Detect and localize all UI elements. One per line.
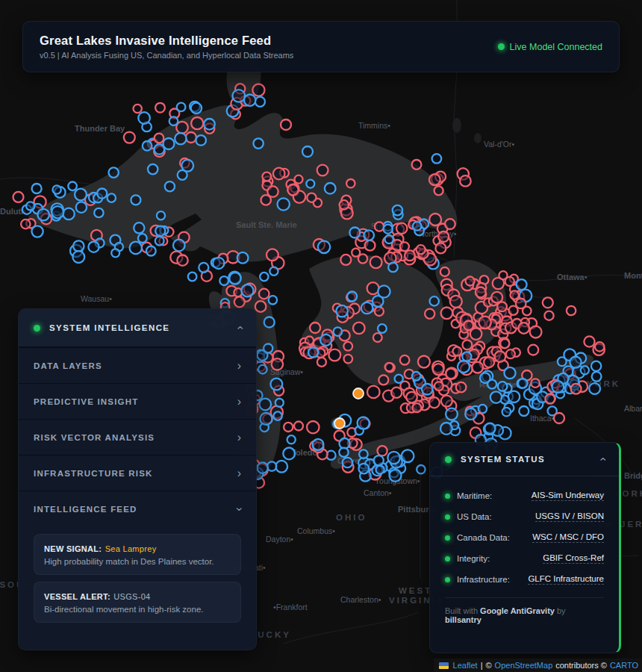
marker-red[interactable] (353, 323, 365, 335)
marker-blue[interactable] (287, 435, 296, 444)
marker-blue[interactable] (155, 237, 164, 246)
marker-blue[interactable] (233, 90, 246, 102)
marker-red[interactable] (273, 168, 285, 180)
marker-red[interactable] (375, 307, 384, 316)
marker-red[interactable] (378, 375, 388, 385)
system-status-header[interactable]: SYSTEM STATUS › (430, 443, 619, 476)
carto-link[interactable]: CARTO (610, 661, 638, 670)
marker-blue[interactable] (384, 225, 393, 234)
marker-blue[interactable] (413, 222, 422, 231)
marker-blue[interactable] (213, 258, 224, 269)
marker-blue[interactable] (498, 382, 508, 391)
marker-blue[interactable] (258, 365, 267, 374)
marker-red[interactable] (294, 422, 303, 431)
marker-red[interactable] (267, 186, 278, 196)
marker-red[interactable] (344, 355, 353, 364)
marker-red[interactable] (317, 165, 328, 176)
marker-red[interactable] (406, 392, 417, 403)
marker-red[interactable] (358, 254, 367, 263)
marker-red[interactable] (446, 369, 456, 379)
marker-red[interactable] (191, 117, 203, 129)
marker-blue[interactable] (73, 240, 84, 251)
marker-blue[interactable] (417, 465, 425, 473)
marker-red[interactable] (472, 362, 483, 373)
marker-blue[interactable] (107, 193, 116, 202)
marker-blue[interactable] (484, 423, 495, 434)
marker-blue[interactable] (278, 198, 290, 210)
marker-blue[interactable] (269, 267, 278, 276)
marker-blue[interactable] (518, 379, 528, 388)
openstreetmap-link[interactable]: OpenStreetMap (495, 661, 553, 670)
menu-item-risk-vector-analysis[interactable]: RISK VECTOR ANALYSIS › (19, 419, 256, 455)
marker-blue[interactable] (241, 284, 253, 296)
marker-red[interactable] (400, 355, 410, 365)
marker-blue[interactable] (53, 185, 61, 193)
menu-item-predictive-insight[interactable]: PREDICTIVE INSIGHT › (19, 383, 256, 419)
marker-red[interactable] (463, 340, 473, 349)
marker-blue[interactable] (359, 464, 370, 474)
marker-blue[interactable] (462, 352, 471, 361)
marker-blue[interactable] (388, 263, 398, 273)
marker-red[interactable] (281, 119, 291, 130)
marker-blue[interactable] (270, 379, 282, 391)
marker-blue[interactable] (336, 305, 348, 317)
marker-red[interactable] (595, 342, 604, 351)
marker-red[interactable] (479, 317, 490, 329)
marker-red[interactable] (506, 349, 515, 358)
marker-red[interactable] (310, 323, 320, 333)
marker-red[interactable] (434, 186, 443, 195)
marker-blue[interactable] (76, 202, 87, 212)
marker-red[interactable] (412, 160, 422, 169)
marker-blue[interactable] (589, 383, 600, 394)
marker-red[interactable] (516, 299, 526, 309)
marker-blue[interactable] (165, 181, 175, 191)
chevron-up-icon[interactable]: › (233, 326, 245, 329)
marker-red[interactable] (307, 421, 319, 433)
marker-blue[interactable] (97, 189, 107, 199)
marker-blue[interactable] (320, 335, 331, 346)
marker-blue[interactable] (490, 391, 502, 402)
marker-red[interactable] (495, 351, 506, 362)
marker-blue[interactable] (387, 452, 399, 464)
marker-red[interactable] (396, 223, 407, 234)
marker-red[interactable] (13, 192, 24, 202)
marker-blue[interactable] (552, 381, 564, 393)
marker-blue[interactable] (361, 302, 373, 314)
menu-item-intelligence-feed[interactable]: INTELLIGENCE FEED › (19, 491, 256, 526)
marker-blue[interactable] (260, 273, 268, 281)
marker-blue[interactable] (422, 384, 433, 395)
marker-red[interactable] (259, 289, 269, 299)
marker-red[interactable] (476, 287, 486, 298)
marker-blue[interactable] (558, 357, 567, 366)
marker-blue[interactable] (188, 273, 197, 281)
marker-red[interactable] (370, 256, 382, 268)
marker-red[interactable] (385, 363, 393, 371)
marker-red[interactable] (545, 394, 555, 404)
marker-blue[interactable] (390, 470, 402, 482)
marker-red[interactable] (511, 290, 519, 299)
marker-red[interactable] (284, 423, 293, 432)
marker-blue[interactable] (273, 411, 281, 420)
marker-blue[interactable] (258, 462, 268, 473)
marker-blue[interactable] (275, 461, 287, 473)
marker-blue[interactable] (237, 252, 249, 264)
marker-orange-alert[interactable] (353, 388, 364, 399)
marker-red[interactable] (252, 84, 264, 96)
marker-orange-alert[interactable] (334, 418, 345, 429)
marker-blue[interactable] (229, 273, 240, 284)
marker-blue[interactable] (581, 366, 589, 374)
marker-red[interactable] (21, 220, 30, 228)
marker-red[interactable] (317, 358, 326, 367)
marker-blue[interactable] (204, 119, 215, 130)
marker-red[interactable] (412, 403, 421, 412)
marker-red[interactable] (124, 132, 135, 143)
marker-blue[interactable] (199, 263, 208, 273)
marker-red[interactable] (155, 103, 165, 113)
menu-item-infrastructure-risk[interactable]: INFRASTRUCTURE RISK › (19, 455, 256, 491)
marker-blue[interactable] (32, 225, 43, 237)
marker-blue[interactable] (94, 208, 103, 217)
marker-red[interactable] (255, 301, 267, 312)
marker-red[interactable] (441, 396, 452, 407)
marker-red[interactable] (134, 105, 142, 113)
marker-red[interactable] (484, 357, 494, 367)
